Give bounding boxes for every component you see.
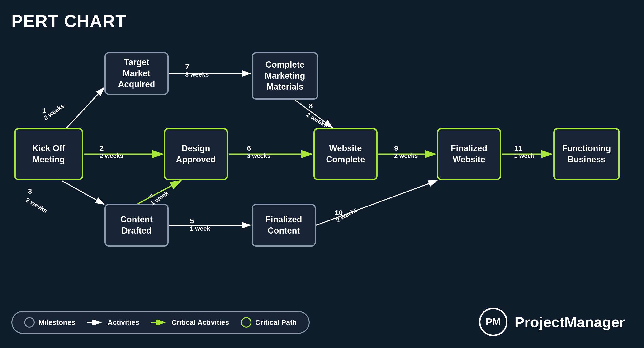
arrow-3-label: 3 2 weeks — [28, 187, 52, 204]
legend-activity-arrow-icon — [87, 320, 104, 325]
node-finalized-content: FinalizedContent — [252, 204, 316, 247]
arrow-10-label: 10 2 weeks — [335, 209, 358, 225]
legend-milestones-label: Milestones — [38, 318, 75, 327]
node-target-market: Target MarketAcquired — [104, 52, 168, 95]
pm-logo-circle: PM — [479, 308, 508, 336]
node-functioning-business: FunctioningBusiness — [553, 128, 620, 180]
pm-logo: PM ProjectManager — [479, 308, 625, 336]
arrow-7-label: 7 3 weeks — [185, 63, 209, 78]
arrow-11-label: 11 1 week — [514, 144, 534, 160]
arrow-2-label: 2 2 weeks — [100, 144, 124, 160]
arrow-8-label: 8 2 weeks — [309, 102, 332, 118]
node-complete-marketing: CompleteMarketingMaterials — [252, 52, 318, 100]
legend-milestones: Milestones — [24, 317, 75, 328]
legend-critical-arrow-icon — [151, 320, 168, 325]
svg-line-3 — [66, 88, 104, 128]
node-finalized-website: FinalizedWebsite — [437, 128, 501, 180]
svg-line-11 — [316, 181, 437, 225]
svg-line-4 — [62, 181, 104, 204]
node-content-drafted: ContentDrafted — [104, 204, 168, 247]
legend-activities: Activities — [87, 318, 139, 327]
arrow-4-label: 4 1 week — [149, 192, 169, 208]
legend-critical-path-icon — [241, 317, 252, 328]
legend-critical-path-label: Critical Path — [255, 318, 297, 327]
node-design-approved: DesignApproved — [164, 128, 228, 180]
legend-critical-activities: Critical Activities — [151, 318, 229, 327]
arrow-9-label: 9 2 weeks — [394, 144, 418, 160]
legend-milestone-icon — [24, 317, 35, 328]
arrow-6-label: 6 3 weeks — [247, 144, 271, 160]
node-kick-off-meeting: Kick Off Meeting — [14, 128, 83, 180]
page-title: PERT CHART — [12, 11, 126, 31]
node-website-complete: WebsiteComplete — [314, 128, 378, 180]
pm-brand-name: ProjectManager — [514, 314, 625, 331]
arrow-1-label: 1 2 weeks — [42, 107, 66, 123]
legend-critical-path: Critical Path — [241, 317, 297, 328]
arrow-5-label: 5 1 week — [190, 217, 210, 232]
legend: Milestones Activities Critical Activitie… — [12, 311, 310, 334]
legend-activities-label: Activities — [108, 318, 139, 327]
legend-critical-activities-label: Critical Activities — [172, 318, 229, 327]
